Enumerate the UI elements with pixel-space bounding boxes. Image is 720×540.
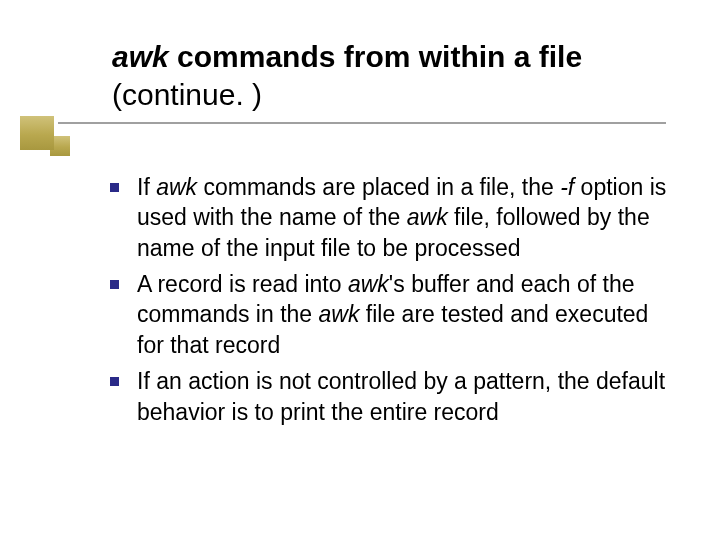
bullet-text: If awk commands are placed in a file, th…: [137, 172, 680, 263]
bullet-item: A record is read into awk's buffer and e…: [110, 269, 680, 360]
title-segment-bold: commands from within a file: [177, 40, 582, 73]
text-run-italic: -f: [560, 174, 574, 200]
text-run-italic: awk: [156, 174, 197, 200]
text-run: If: [137, 174, 156, 200]
text-run-italic: awk: [348, 271, 389, 297]
title-segment-plain: (continue. ): [112, 78, 262, 111]
square-bullet-icon: [110, 183, 119, 192]
square-bullet-icon: [110, 280, 119, 289]
text-run: A record is read into: [137, 271, 348, 297]
title-underline: [58, 122, 666, 124]
bullet-text: If an action is not controlled by a patt…: [137, 366, 680, 427]
slide: awk commands from within a file (continu…: [0, 0, 720, 540]
text-run-italic: awk: [319, 301, 360, 327]
text-run: commands are placed in a file, the: [197, 174, 560, 200]
title-segment-italic: awk: [112, 40, 177, 73]
bullet-item: If awk commands are placed in a file, th…: [110, 172, 680, 263]
body-text-area: If awk commands are placed in a file, th…: [110, 172, 680, 433]
bullet-item: If an action is not controlled by a patt…: [110, 366, 680, 427]
slide-title: awk commands from within a file (continu…: [112, 38, 672, 113]
text-run-italic: awk: [407, 204, 448, 230]
decorative-square-large: [20, 116, 54, 150]
square-bullet-icon: [110, 377, 119, 386]
bullet-text: A record is read into awk's buffer and e…: [137, 269, 680, 360]
text-run: If an action is not controlled by a patt…: [137, 368, 665, 424]
